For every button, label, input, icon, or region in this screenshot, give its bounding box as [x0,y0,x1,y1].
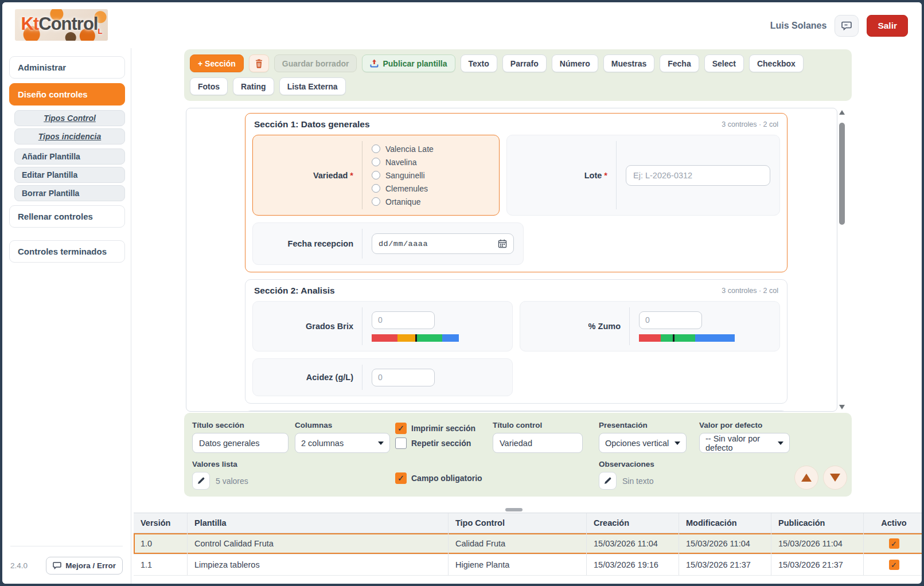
field-button-texto[interactable]: Texto [461,54,497,72]
canvas-scrollbar[interactable] [839,110,845,409]
brix-range-indicator [372,334,459,342]
logout-button[interactable]: Salir [867,15,908,37]
empty-slot [531,222,780,265]
empty-slot [520,358,780,396]
table-row[interactable]: 1.0 Control Calidad Fruta Calidad Fruta … [134,533,924,554]
triangle-up-icon [801,474,812,482]
chat-button[interactable] [835,15,859,37]
section-title-label: Título sección [192,421,288,429]
control-acidez[interactable]: Acidez (g/L) [252,358,513,396]
radio-icon[interactable] [372,197,380,206]
move-down-button[interactable] [823,466,847,490]
save-draft-button[interactable]: Guardar borrador [274,54,357,72]
field-button-checkbox[interactable]: Checkbox [749,54,804,72]
section-title: Sección 1: Datos generales [254,119,370,130]
repeat-section-checkbox-row[interactable]: Repetir sección [395,437,471,449]
section-title: Sección 2: Analisis [254,286,335,296]
col-version: Versión [134,513,188,533]
radio-icon[interactable] [372,171,380,179]
zumo-input[interactable] [639,311,702,329]
radio-icon[interactable] [372,144,380,153]
fecha-recepcion-input[interactable]: dd/mm/aaaa [372,233,514,254]
field-button-numero[interactable]: Número [552,54,598,72]
field-button-fecha[interactable]: Fecha [660,54,699,72]
radio-icon[interactable] [372,158,380,166]
scroll-down-arrow-icon[interactable] [839,405,845,409]
required-field-checkbox-row[interactable]: ✓ Campo obligatorio [395,472,482,484]
print-section-checkbox[interactable]: ✓ [395,423,407,434]
print-section-checkbox-row[interactable]: ✓ Imprimir sección [395,423,475,434]
horizontal-scrollbar-thumb[interactable] [505,508,523,511]
field-button-rating[interactable]: Rating [233,77,274,95]
sidebar-item-tipos-incidencia[interactable]: Tipos incidencia [14,128,125,144]
edit-list-values-button[interactable] [192,472,210,490]
calendar-icon[interactable] [498,239,507,248]
active-checkbox[interactable]: ✓ [889,538,899,549]
control-fecha-recepcion[interactable]: Fecha recepcion dd/mm/aaaa [252,222,524,265]
sidebar-item-administrar[interactable]: Administrar [9,56,125,79]
sidebar-item-borrar-plantilla[interactable]: Borrar Plantilla [14,185,125,201]
table-row[interactable]: 1.1 Limpieza tableros Higiene Planta 15/… [134,554,924,576]
user-name: Luis Solanes [770,21,827,31]
sidebar-item-tipos-control[interactable]: Tipos Control [14,110,125,126]
radio-option[interactable]: Navelina [372,158,490,167]
field-button-parrafo[interactable]: Parrafo [502,54,547,72]
observations-label: Observaciones [599,460,654,468]
radio-option[interactable]: Sanguinelli [372,171,490,180]
presentation-select[interactable]: Opciones vertical [599,433,687,453]
section-meta: 3 controles · 2 col [722,120,778,128]
main-area: + Sección Guardar borrador Publicar plan… [134,48,922,584]
field-button-lista-externa[interactable]: Lista Externa [279,77,346,95]
active-checkbox[interactable]: ✓ [889,560,899,570]
section-datos-generales[interactable]: Sección 1: Datos generales 3 controles ·… [245,113,787,272]
sidebar-item-anadir-plantilla[interactable]: Añadir Plantilla [14,149,125,165]
default-value-group: Valor por defecto -- Sin valor por defec… [699,421,790,453]
control-zumo[interactable]: % Zumo [520,301,780,351]
section-analisis[interactable]: Sección 2: Analisis 3 controles · 2 col … [245,279,787,404]
control-lote[interactable]: Lote* [506,135,780,216]
field-button-muestras[interactable]: Muestras [603,54,654,72]
publish-label: Publicar plantilla [383,59,447,68]
delete-button[interactable] [249,54,269,72]
sidebar-item-editar-plantilla[interactable]: Editar Plantilla [14,167,125,183]
col-activo: Activo [864,513,924,533]
radio-option[interactable]: Clemenules [372,184,490,193]
move-up-button[interactable] [794,466,818,490]
add-section-button[interactable]: + Sección [190,54,244,72]
repeat-section-checkbox[interactable] [395,437,407,449]
edit-observations-button[interactable] [599,472,617,490]
acidez-input[interactable] [372,369,435,386]
feedback-button[interactable]: Mejora / Error [46,557,123,575]
columns-select[interactable]: 2 columnas [295,433,390,453]
sidebar-item-controles-terminados[interactable]: Controles terminados [9,240,125,263]
grados-brix-input[interactable] [372,311,435,329]
control-label: Grados Brix [306,322,353,331]
designer-toolbar: + Sección Guardar borrador Publicar plan… [184,49,852,101]
scrollbar-thumb[interactable] [839,123,845,225]
sidebar-item-rellenar-controles[interactable]: Rellenar controles [9,205,125,228]
radio-icon[interactable] [372,184,380,193]
control-variedad[interactable]: Variedad* Valencia Late Navelina Sanguin… [252,135,500,216]
control-grados-brix[interactable]: Grados Brix [252,301,513,351]
default-value-select[interactable]: -- Sin valor por defecto [699,433,790,453]
section-title-input[interactable] [192,433,288,453]
radio-option[interactable]: Valencia Late [372,144,490,154]
zumo-range-indicator [639,334,735,342]
template-canvas: Sección 1: Datos generales 3 controles ·… [186,108,837,412]
observations-summary: Sin texto [622,476,653,486]
sidebar-item-diseno-controles[interactable]: Diseño controles [9,83,125,106]
properties-panel: Título sección Columnas 2 columnas ✓ Imp… [184,413,852,497]
required-asterisk: * [350,171,353,180]
list-values-group: Valores lista 5 valores [192,460,248,490]
lote-input[interactable] [626,165,770,186]
field-button-fotos[interactable]: Fotos [190,77,228,95]
publish-template-button[interactable]: Publicar plantilla [362,54,455,72]
scroll-up-arrow-icon[interactable] [839,110,845,115]
app-logo: KtControlL [15,9,108,41]
field-button-select[interactable]: Select [704,54,744,72]
control-title-input[interactable] [493,433,583,453]
radio-option[interactable]: Ortanique [372,197,490,206]
required-field-checkbox[interactable]: ✓ [395,472,407,484]
col-tipo-control: Tipo Control [449,513,587,533]
app-version: 2.4.0 [10,561,28,570]
